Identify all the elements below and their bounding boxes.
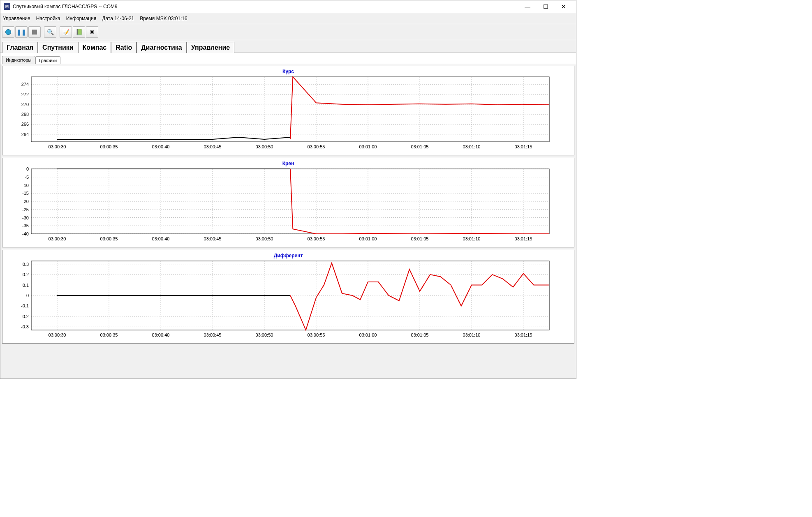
svg-text:0.3: 0.3 <box>23 262 29 267</box>
svg-text:03:00:35: 03:00:35 <box>100 144 118 149</box>
chart-panel-Крен: Крен-40-35-30-25-20-15-10-5003:00:3003:0… <box>2 158 574 247</box>
tab-Главная[interactable]: Главная <box>2 42 38 53</box>
svg-text:-35: -35 <box>22 223 29 228</box>
svg-text:0.2: 0.2 <box>23 272 29 277</box>
svg-text:0: 0 <box>26 293 29 298</box>
minimize-button[interactable]: — <box>518 1 537 12</box>
svg-text:03:01:10: 03:01:10 <box>463 332 481 337</box>
svg-text:03:01:05: 03:01:05 <box>411 236 429 241</box>
svg-text:-0.3: -0.3 <box>21 324 29 329</box>
svg-text:03:00:55: 03:00:55 <box>308 144 325 149</box>
menu-time: Время MSK 03:01:16 <box>140 16 187 21</box>
tab-Диагностика[interactable]: Диагностика <box>136 42 187 53</box>
main-tabs: ГлавнаяСпутникиКомпасRatioДиагностикаУпр… <box>0 40 576 53</box>
stop-icon <box>32 30 37 35</box>
svg-text:03:00:50: 03:00:50 <box>256 332 273 337</box>
svg-text:-30: -30 <box>22 215 29 220</box>
pause-icon: ❚❚ <box>16 29 26 35</box>
subtab-Графики[interactable]: Графики <box>35 56 61 64</box>
chart-panel-Дифферент: Дифферент-0.3-0.2-0.100.10.20.303:00:300… <box>2 250 574 344</box>
tab-Ratio[interactable]: Ratio <box>111 42 136 53</box>
svg-text:03:01:15: 03:01:15 <box>515 236 532 241</box>
close-button[interactable]: ✕ <box>555 1 573 12</box>
svg-text:03:01:05: 03:01:05 <box>411 144 429 149</box>
svg-text:03:00:30: 03:00:30 <box>49 236 66 241</box>
content-area: Курс26426626827027227403:00:3003:00:3503… <box>0 64 576 379</box>
svg-text:03:00:40: 03:00:40 <box>152 144 170 149</box>
edit-button[interactable]: 📝 <box>60 26 72 38</box>
svg-text:03:00:35: 03:00:35 <box>100 332 118 337</box>
svg-text:-0.1: -0.1 <box>21 303 29 308</box>
svg-text:03:00:35: 03:00:35 <box>100 236 118 241</box>
tools-button[interactable]: ✖ <box>86 26 98 38</box>
svg-text:03:01:10: 03:01:10 <box>463 144 481 149</box>
maximize-button[interactable]: ☐ <box>537 1 555 12</box>
svg-text:-5: -5 <box>25 175 29 180</box>
chart-Курс: 26426626827027227403:00:3003:00:3503:00:… <box>7 75 553 153</box>
svg-text:264: 264 <box>21 132 29 137</box>
svg-text:03:01:00: 03:01:00 <box>359 144 377 149</box>
tab-Компас[interactable]: Компас <box>78 42 111 53</box>
menu-date: Дата 14-06-21 <box>102 16 134 21</box>
svg-text:270: 270 <box>21 102 29 107</box>
record-icon <box>5 29 11 35</box>
subtab-Индикаторы[interactable]: Индикаторы <box>2 56 35 64</box>
svg-text:-40: -40 <box>22 231 29 236</box>
chart-panel-Курс: Курс26426626827027227403:00:3003:00:3503… <box>2 66 574 155</box>
check-icon: 📗 <box>76 29 83 35</box>
menu-info[interactable]: Информация <box>66 16 96 21</box>
check-button[interactable]: 📗 <box>73 26 85 38</box>
zoom-icon: 🔍 <box>47 29 54 35</box>
edit-icon: 📝 <box>62 29 69 35</box>
svg-text:03:01:10: 03:01:10 <box>463 236 481 241</box>
svg-text:03:00:40: 03:00:40 <box>152 332 170 337</box>
chart-title: Дифферент <box>7 253 570 258</box>
titlebar[interactable]: M Спутниковый компас ГЛОНАСС/GPS -- COM9… <box>0 0 576 13</box>
pause-button[interactable]: ❚❚ <box>15 26 28 38</box>
svg-text:03:01:00: 03:01:00 <box>359 332 377 337</box>
svg-text:0: 0 <box>26 167 29 171</box>
svg-text:-20: -20 <box>22 199 29 204</box>
svg-text:03:00:45: 03:00:45 <box>204 236 222 241</box>
tab-Управление[interactable]: Управление <box>187 42 235 53</box>
toolbar: ❚❚ 🔍 📝 📗 ✖ <box>0 24 576 40</box>
svg-text:266: 266 <box>21 122 29 127</box>
sub-tabs: ИндикаторыГрафики <box>0 53 576 64</box>
svg-text:0.1: 0.1 <box>23 283 29 288</box>
svg-text:03:01:15: 03:01:15 <box>515 332 532 337</box>
svg-text:272: 272 <box>21 92 29 97</box>
zoom-button[interactable]: 🔍 <box>44 26 56 38</box>
window-title: Спутниковый компас ГЛОНАСС/GPS -- COM9 <box>13 4 518 9</box>
chart-title: Курс <box>7 69 570 74</box>
svg-text:-0.2: -0.2 <box>21 314 29 319</box>
svg-text:-25: -25 <box>22 207 29 212</box>
svg-text:-10: -10 <box>22 183 29 188</box>
svg-text:03:00:40: 03:00:40 <box>152 236 170 241</box>
menu-settings[interactable]: Настройка <box>36 16 60 21</box>
svg-text:274: 274 <box>21 82 29 87</box>
chart-Крен: -40-35-30-25-20-15-10-5003:00:3003:00:35… <box>7 167 553 245</box>
svg-text:03:00:55: 03:00:55 <box>308 236 325 241</box>
chart-title: Крен <box>7 161 570 166</box>
chart-Дифферент: -0.3-0.2-0.100.10.20.303:00:3003:00:3503… <box>7 259 553 342</box>
svg-text:268: 268 <box>21 112 29 117</box>
app-icon: M <box>4 3 10 10</box>
svg-text:03:00:50: 03:00:50 <box>256 144 273 149</box>
tab-Спутники[interactable]: Спутники <box>38 42 78 53</box>
svg-text:03:00:30: 03:00:30 <box>49 332 66 337</box>
app-window: M Спутниковый компас ГЛОНАСС/GPS -- COM9… <box>0 0 576 379</box>
svg-text:03:01:00: 03:01:00 <box>359 236 377 241</box>
svg-text:03:01:15: 03:01:15 <box>515 144 532 149</box>
svg-text:-15: -15 <box>22 191 29 196</box>
svg-text:03:00:45: 03:00:45 <box>204 144 222 149</box>
svg-text:03:00:30: 03:00:30 <box>49 144 66 149</box>
menubar: Управление Настройка Информация Дата 14-… <box>0 13 576 24</box>
record-button[interactable] <box>2 26 14 38</box>
svg-text:03:00:45: 03:00:45 <box>204 332 222 337</box>
svg-text:03:01:05: 03:01:05 <box>411 332 429 337</box>
svg-text:03:00:55: 03:00:55 <box>308 332 325 337</box>
svg-text:03:00:50: 03:00:50 <box>256 236 273 241</box>
stop-button[interactable] <box>28 26 41 38</box>
menu-control[interactable]: Управление <box>3 16 30 21</box>
tools-icon: ✖ <box>90 29 95 35</box>
